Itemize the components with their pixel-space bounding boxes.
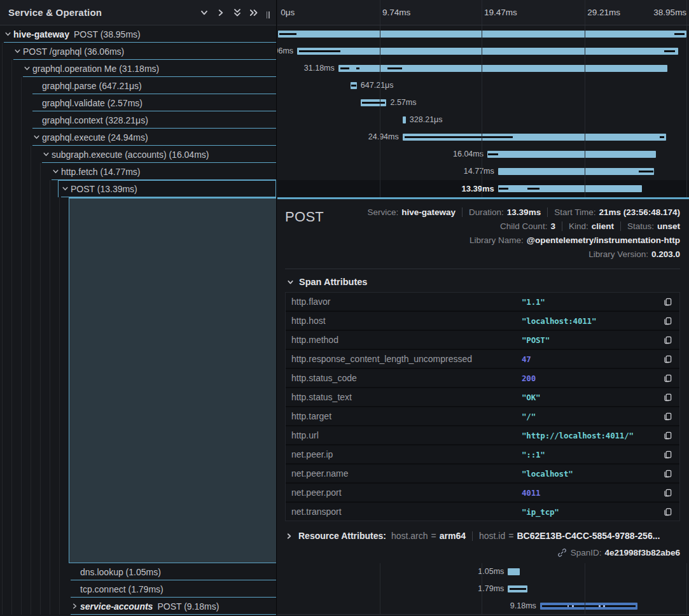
span-meta: Service:hive-gatewayDuration:13.39msStar… [324, 205, 680, 261]
copy-icon[interactable] [662, 353, 673, 365]
tree-row[interactable]: tcp.connect (1.79ms) [0, 580, 276, 598]
attribute-row: http.flavor"1.1" [286, 293, 679, 311]
timeline-panel: 0μs9.74ms19.47ms29.21ms38.95ms 38.95ms36… [277, 0, 689, 616]
tree-row[interactable]: hive-gatewayPOST (38.95ms) [0, 25, 276, 43]
span-bar[interactable] [498, 185, 642, 192]
indent-guide [2, 163, 3, 180]
panel-splitter[interactable] [265, 11, 271, 20]
indent-guide [21, 129, 22, 146]
timeline-tick-label: 9.74ms [382, 8, 410, 17]
indent-guide [2, 197, 3, 563]
tree-row[interactable]: graphql.context (328.21μs) [0, 111, 276, 129]
tree-row[interactable]: POST /graphql (36.06ms) [0, 43, 276, 60]
indent-guide [2, 60, 3, 77]
indent-guide [11, 94, 12, 111]
tree-row[interactable]: POST (13.39ms) [0, 180, 276, 197]
indent-guide [2, 180, 3, 197]
meta-label: Child Count: [500, 221, 547, 231]
tree-row[interactable]: http.fetch (14.77ms) [0, 163, 276, 180]
copy-icon[interactable] [662, 372, 673, 384]
operation-label: tcp.connect (1.79ms) [80, 584, 164, 594]
copy-icon[interactable] [662, 449, 673, 460]
resource-attributes-row[interactable]: Resource Attributes: host.arch=arm64host… [285, 531, 680, 541]
span-bar[interactable] [361, 99, 387, 106]
bar-segment [362, 102, 385, 104]
divider [472, 531, 473, 541]
indent-guide [40, 163, 41, 180]
indent-guide [11, 580, 12, 598]
tree-row[interactable]: graphql.execute (24.94ms) [0, 129, 276, 146]
chevron-down-icon[interactable] [4, 30, 13, 38]
tree-row[interactable]: dns.lookup (1.05ms) [0, 563, 276, 580]
copy-icon[interactable] [662, 430, 673, 441]
tree-row[interactable]: graphql.parse (647.21μs) [0, 77, 276, 94]
tree-row[interactable]: subgraph.execute (accounts) (16.04ms) [0, 146, 276, 163]
indent-guide [11, 180, 12, 197]
chevron-down-icon[interactable] [42, 150, 52, 158]
indent-guide [21, 163, 22, 180]
span-bar[interactable] [508, 585, 527, 592]
span-bar[interactable] [297, 48, 678, 55]
chevron-right-icon[interactable] [212, 4, 229, 21]
bar-segment [299, 50, 340, 52]
operation-label: graphql.parse (647.21μs) [42, 81, 142, 91]
tree-row[interactable]: graphql.validate (2.57ms) [0, 94, 276, 111]
chevron-down-icon[interactable] [196, 4, 212, 21]
double-chevron-right-icon[interactable] [246, 4, 262, 21]
span-bar[interactable] [540, 603, 637, 610]
attribute-row: net.transport"ip_tcp" [286, 503, 679, 521]
chevron-down-icon[interactable] [23, 64, 32, 73]
indent-guide [21, 197, 22, 563]
equals-sign: = [508, 531, 513, 541]
divider [620, 221, 621, 231]
copy-icon[interactable] [662, 391, 673, 403]
copy-icon[interactable] [662, 487, 673, 498]
span-tree: hive-gatewayPOST (38.95ms)POST /graphql … [0, 25, 276, 197]
copy-icon[interactable] [662, 410, 673, 422]
span-tree-bottom: dns.lookup (1.05ms)tcp.connect (1.79ms)s… [0, 563, 276, 615]
span-bar[interactable] [338, 65, 668, 72]
indent-guide [21, 580, 22, 598]
span-bar[interactable] [508, 568, 520, 575]
span-bar[interactable] [498, 168, 654, 175]
span-attributes-header[interactable]: Span Attributes [286, 277, 680, 287]
attribute-row: http.response_content_length_uncompresse… [286, 350, 679, 368]
span-bar[interactable] [403, 116, 406, 123]
copy-icon[interactable] [662, 506, 673, 517]
tree-row[interactable]: service-accountsPOST (9.18ms) [0, 598, 276, 615]
service-name: service-accounts [80, 601, 153, 612]
chevron-down-icon[interactable] [32, 133, 42, 141]
copy-icon[interactable] [662, 296, 673, 307]
span-bar[interactable] [487, 151, 656, 158]
chevron-down-icon[interactable] [61, 185, 71, 193]
attribute-key: net.peer.ip [291, 449, 522, 459]
attribute-value: "::1" [522, 450, 662, 459]
span-bar[interactable] [403, 134, 667, 141]
link-icon[interactable] [557, 548, 567, 557]
bar-segment [351, 85, 356, 87]
double-chevron-down-icon[interactable] [229, 4, 246, 21]
operation-label: http.fetch (14.77ms) [61, 167, 141, 177]
indent-guide [50, 197, 50, 563]
indent-guide [2, 43, 3, 60]
attribute-key: net.peer.name [291, 468, 522, 479]
copy-icon[interactable] [662, 315, 673, 326]
copy-icon[interactable] [662, 468, 673, 479]
indent-guide [2, 580, 3, 598]
operation-label: graphql.context (328.21μs) [42, 115, 148, 125]
span-detail-card: POST Service:hive-gatewayDuration:13.39m… [277, 197, 689, 563]
chevron-down-icon[interactable] [13, 47, 23, 55]
tree-row[interactable]: graphql.operation Me (31.18ms) [0, 60, 276, 77]
indent-guide [31, 197, 31, 563]
timeline-gridline [482, 563, 482, 614]
timeline-row: 647.21μs [277, 77, 689, 94]
chevron-right-icon[interactable] [71, 602, 80, 610]
copy-icon[interactable] [662, 334, 673, 346]
timeline-row: 2.57ms [277, 94, 689, 111]
span-bar[interactable] [351, 82, 357, 89]
span-duration-label: 9.18ms [510, 598, 536, 615]
span-bar[interactable] [278, 31, 686, 38]
bar-segment [499, 188, 508, 190]
chevron-down-icon[interactable] [52, 167, 61, 176]
span-id-value: 4e21998f3b82abe6 [604, 548, 680, 557]
